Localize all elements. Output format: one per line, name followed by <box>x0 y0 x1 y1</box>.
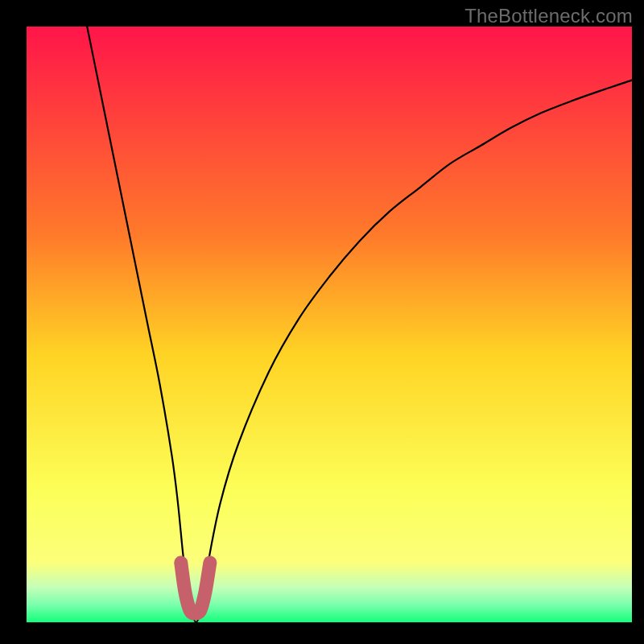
plot-background <box>27 27 632 622</box>
watermark-text: TheBottleneck.com <box>464 5 633 27</box>
outer-frame: TheBottleneck.com <box>0 0 644 644</box>
chart-svg <box>0 0 644 644</box>
